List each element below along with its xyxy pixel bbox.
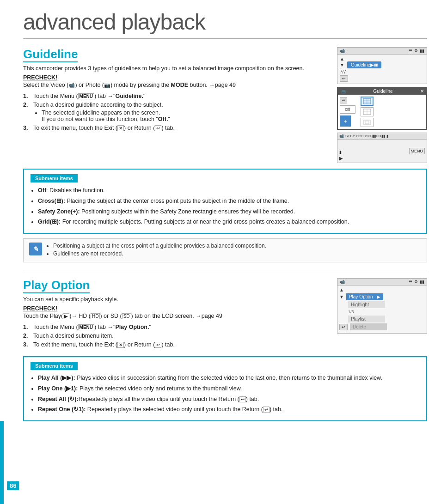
guideline-option-off[interactable]: Off bbox=[340, 105, 355, 114]
cam-gear-icon: ⚙ bbox=[414, 49, 418, 53]
guideline-steps: 1. Touch the Menu (MENU) tab →"Guideline… bbox=[23, 93, 330, 131]
note-list: Positioning a subject at the cross point… bbox=[53, 243, 266, 257]
guideline-step-2: 2. Touch a desired guideline according t… bbox=[23, 102, 330, 122]
guideline-precheck-text: Select the Video (📹) or Photo (📷) mode b… bbox=[23, 82, 330, 88]
guideline-cam-status-box: 📹 STBY 00:00:00 ▮▮HD▮▮ ▮ ▮ ▶ MENU bbox=[337, 133, 427, 163]
cam-status-right: MENU bbox=[397, 141, 425, 161]
cam-po-row-selected: ▼ Play Option ▶ bbox=[339, 293, 425, 300]
guideline-submenu-item-grid: Grid(⊞): For recording multiple subjects… bbox=[38, 218, 420, 226]
play-option-cam-header: 📹 ☰ ⚙ ▮▮ bbox=[337, 279, 427, 285]
guideline-option-cross[interactable]: + bbox=[340, 115, 351, 127]
main-title: advanced playback bbox=[23, 9, 427, 39]
cam-nav-row-up: ▲ bbox=[340, 56, 344, 61]
page-number: 86 bbox=[7, 481, 19, 490]
cam-play-icon[interactable]: ▶ bbox=[339, 156, 397, 161]
cam-arrow-right: ▶ bbox=[370, 62, 374, 67]
note-item-1: Positioning a subject at the cross point… bbox=[53, 243, 266, 249]
cam-po-delete-label: Delete bbox=[353, 324, 366, 329]
play-option-step-2: 2. Touch a desired submenu item. bbox=[23, 333, 330, 339]
play-option-steps: 1. Touch the Menu (MENU) tab →"Play Opti… bbox=[23, 324, 330, 348]
cam-po-delete-item[interactable]: Delete bbox=[350, 323, 387, 330]
play-option-step-3: 3. To exit the menu, touch the Exit (✕) … bbox=[23, 341, 330, 348]
guideline-precheck-label: PRECHECK! bbox=[23, 74, 330, 81]
cam-po-play-option-item[interactable]: Play Option ▶ bbox=[346, 293, 383, 300]
cam-po-row-return: ↩ Delete bbox=[339, 323, 425, 330]
cam-guideline-menu-item[interactable]: Guideline ▶ ▮▮ bbox=[347, 61, 381, 68]
guideline-grid-item-2[interactable] bbox=[361, 107, 374, 116]
cam-menu-label[interactable]: MENU bbox=[409, 148, 425, 154]
play-option-text-col: Play Option You can set a specific playb… bbox=[23, 278, 330, 352]
cam-po-row-highlight: Highlight bbox=[339, 301, 425, 308]
cam-po-arrow-up[interactable]: ▲ bbox=[339, 287, 344, 292]
play-option-precheck-label: PRECHECK! bbox=[23, 305, 330, 312]
cam-stby-text: STBY bbox=[345, 134, 355, 138]
play-option-submenu-list: Play All (▶▶): Plays video clips in succ… bbox=[38, 374, 420, 414]
cam-status-left: ▮ ▶ bbox=[339, 141, 397, 161]
guideline-grid-svg-2 bbox=[363, 109, 371, 115]
guideline-dialog-body: ↩ Off + bbox=[338, 95, 426, 129]
blue-left-bar bbox=[0, 421, 4, 504]
cam-return-btn[interactable]: ↩ bbox=[340, 75, 348, 82]
guideline-dialog-header: 📹 Guideline ✕ bbox=[338, 88, 426, 95]
cam-arrow-up[interactable]: ▲ bbox=[340, 56, 344, 61]
cam-po-row-up: ▲ bbox=[339, 287, 425, 292]
svg-rect-8 bbox=[364, 120, 370, 125]
guideline-grid-item-3[interactable] bbox=[361, 118, 374, 127]
cam-po-arrow-right: ▶ bbox=[377, 294, 380, 299]
cam-record-icon: ▮▮ bbox=[374, 63, 378, 67]
guideline-cross-symbol: + bbox=[343, 118, 347, 125]
cam-nav-row-item: ▼ Guideline ▶ ▮▮ bbox=[340, 61, 381, 68]
note-icon: ✎ bbox=[29, 243, 42, 255]
cam-status-body: ▮ ▶ MENU bbox=[337, 140, 427, 163]
cam-po-row-counter: 1/3 bbox=[339, 309, 425, 315]
guideline-close-icon[interactable]: ✕ bbox=[420, 89, 424, 94]
play-option-submenu-title: Submenu items bbox=[31, 362, 78, 370]
guideline-return-btn[interactable]: ↩ bbox=[340, 97, 347, 103]
cam-po-nav: ▲ ▼ Play Option ▶ Highligh bbox=[339, 287, 425, 331]
play-option-submenu-box: Submenu items Play All (▶▶): Plays video… bbox=[23, 356, 427, 421]
play-option-submenu-item-one: Play One (▶1): Plays the selected video … bbox=[38, 384, 420, 393]
cam-video-icon: 📹 bbox=[340, 49, 345, 53]
cam-arrow-down[interactable]: ▼ bbox=[340, 62, 344, 67]
cam-po-highlight-item[interactable]: Highlight bbox=[348, 301, 385, 308]
cam-batt-text: ▮ bbox=[386, 134, 388, 138]
cam-po-playlist-item[interactable]: Playlist bbox=[348, 316, 385, 322]
guideline-grid-svg-3 bbox=[363, 119, 371, 126]
guideline-submenu-item-safety: Safety Zone(+): Positioning subjects wit… bbox=[38, 207, 420, 216]
cam-po-header-icons: ☰ ⚙ ▮▮ bbox=[409, 279, 424, 284]
guideline-step-1: 1. Touch the Menu (MENU) tab →"Guideline… bbox=[23, 93, 330, 99]
play-option-precheck-text: Touch the Play(▶)→ HD (HD) or SD (SD) ta… bbox=[23, 313, 330, 319]
cam-guideline-label: Guideline bbox=[351, 62, 370, 67]
cam-po-counter-value: 1/3 bbox=[348, 310, 354, 314]
cam-battery-icon: ▮▮ bbox=[420, 49, 424, 53]
guideline-section: Guideline This camcorder provides 3 type… bbox=[23, 47, 427, 165]
cam-po-playlist-label: Playlist bbox=[351, 316, 366, 322]
play-option-cam-body: ▲ ▼ Play Option ▶ Highligh bbox=[337, 285, 427, 333]
guideline-cam-box-1-header: 📹 ☰ ⚙ ▮▮ bbox=[337, 48, 427, 55]
guideline-dialog-box: 📹 Guideline ✕ ↩ Off + bbox=[337, 87, 427, 130]
play-option-submenu-item-all: Play All (▶▶): Plays video clips in succ… bbox=[38, 374, 420, 383]
section-divider bbox=[23, 271, 427, 271]
svg-rect-0 bbox=[363, 98, 371, 104]
cam-small-icon: ▮ bbox=[339, 150, 397, 154]
cam-counter: 7/7 bbox=[340, 69, 346, 74]
cam-po-return-btn[interactable]: ↩ bbox=[339, 324, 348, 330]
cam-po-arrow-down[interactable]: ▼ bbox=[339, 294, 344, 299]
cam-po-highlight-label: Highlight bbox=[351, 302, 369, 307]
guideline-step-2-bullet-1: The selected guideline appears on the sc… bbox=[42, 109, 330, 122]
play-option-submenu-item-repeat-all: Repeat All (↻):Repeatedly plays all the … bbox=[38, 395, 420, 404]
cam-hd-text: ▮▮HD▮▮ bbox=[372, 134, 385, 138]
guideline-grid-item-1[interactable] bbox=[361, 97, 374, 106]
guideline-submenu-item-cross: Cross(⊞): Placing the subject at the cen… bbox=[38, 197, 420, 206]
guideline-submenu-list: Off: Disables the function. Cross(⊞): Pl… bbox=[38, 186, 420, 226]
cam-po-video-icon: 📹 bbox=[340, 279, 345, 284]
cam-po-gear-icon: ⚙ bbox=[414, 279, 418, 284]
guideline-submenu-box: Submenu items Off: Disables the function… bbox=[23, 169, 427, 234]
guideline-note-box: ✎ Positioning a subject at the cross poi… bbox=[23, 238, 427, 262]
guideline-title: Guideline bbox=[23, 47, 78, 62]
guideline-grid-options bbox=[361, 97, 374, 127]
play-option-section: Play Option You can set a specific playb… bbox=[23, 278, 427, 421]
guideline-off-label: Off bbox=[345, 107, 350, 112]
play-option-intro: You can set a specific playback style. bbox=[23, 296, 330, 303]
cam-po-selected-label: Play Option bbox=[349, 294, 373, 299]
